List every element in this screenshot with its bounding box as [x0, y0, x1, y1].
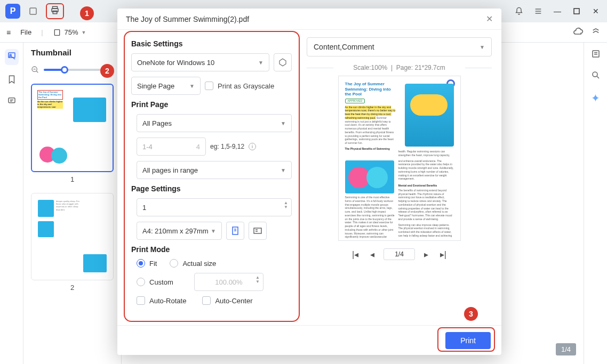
- thumbnail-page-2[interactable]: deeper quality sleep. For those who stru…: [31, 193, 114, 280]
- hamburger-icon[interactable]: ≡: [6, 28, 11, 37]
- dialog-footer: Print: [117, 325, 501, 355]
- pool-image: [405, 84, 454, 147]
- fit-radio[interactable]: Fit: [137, 259, 157, 268]
- collapse-icon[interactable]: [591, 27, 601, 38]
- app-logo: P: [5, 4, 20, 19]
- pager-count: 1/4: [384, 248, 415, 260]
- svg-rect-7: [574, 9, 579, 14]
- page-range-select[interactable]: All Pages▼: [137, 114, 292, 132]
- printer-select[interactable]: OneNote for Windows 10▼: [131, 53, 269, 71]
- annotation-2: 2: [100, 64, 114, 78]
- properties-rail-icon[interactable]: [591, 49, 601, 61]
- print-page-title: Print Page: [131, 100, 292, 109]
- search-rail-icon[interactable]: [591, 70, 601, 82]
- svg-marker-20: [279, 59, 286, 66]
- minimize-button[interactable]: —: [552, 5, 563, 17]
- open-file-icon[interactable]: [26, 4, 41, 19]
- grayscale-checkbox[interactable]: Print as Grayscale: [205, 82, 274, 90]
- page-range-input[interactable]: 1-4 4: [137, 137, 206, 156]
- page-view-select[interactable]: Single Page▼: [131, 77, 201, 95]
- ai-sparkle-icon[interactable]: ✦: [591, 92, 600, 104]
- auto-center-checkbox[interactable]: Auto-Center: [202, 296, 252, 305]
- info-icon[interactable]: i: [249, 143, 256, 150]
- page-counter-badge: 1/4: [556, 343, 576, 355]
- close-window-button[interactable]: ✕: [590, 5, 602, 17]
- bookmark-rail-icon[interactable]: [7, 75, 17, 86]
- thumbnail-panel: Thumbnail The Joy of Summer Swimming: Di…: [23, 43, 122, 364]
- svg-rect-24: [254, 228, 261, 233]
- left-tool-rail: [0, 43, 23, 364]
- page-settings-title: Page Settings: [131, 184, 292, 193]
- thumbnail-page-1[interactable]: The Joy of Summer Swimming: Diving into …: [31, 84, 114, 172]
- actual-size-radio[interactable]: Actual size: [170, 259, 216, 268]
- pager-first-button[interactable]: |◂: [349, 248, 361, 260]
- cloud-icon[interactable]: [573, 26, 584, 38]
- thumbnail-rail-icon[interactable]: [5, 49, 19, 65]
- pager-next-button[interactable]: ▸: [420, 248, 432, 260]
- pages-in-range-select[interactable]: All pages in range▼: [137, 161, 292, 179]
- menu-icon[interactable]: [532, 5, 544, 17]
- preview-pager: |◂ ◂ 1/4 ▸ ▸|: [307, 248, 492, 260]
- thumbnail-2-label: 2: [31, 284, 114, 292]
- print-button-highlighted[interactable]: [46, 3, 64, 19]
- svg-line-13: [36, 71, 38, 72]
- comment-rail-icon[interactable]: [7, 96, 17, 108]
- annotation-1: 1: [80, 6, 94, 20]
- auto-rotate-checkbox[interactable]: Auto-Rotate: [137, 296, 186, 305]
- svg-rect-8: [54, 29, 59, 35]
- rings-image: [345, 160, 394, 193]
- printer-properties-button[interactable]: [274, 53, 292, 71]
- svg-point-18: [593, 72, 597, 77]
- custom-scale-input[interactable]: 100.00% ▲▼: [194, 273, 263, 291]
- svg-rect-0: [30, 8, 36, 14]
- dialog-title: The Joy of Summer Swimming(2).pdf: [126, 15, 249, 23]
- orientation-portrait-button[interactable]: [226, 222, 244, 240]
- pager-prev-button[interactable]: ◂: [366, 248, 378, 260]
- right-tool-rail: ✦: [584, 43, 607, 364]
- scale-info: Scale:100% | Page: 21*29.7cm: [307, 64, 492, 71]
- page-range-example: eg: 1,5-9,12: [210, 143, 244, 150]
- file-menu[interactable]: File: [20, 28, 31, 36]
- close-icon[interactable]: ✕: [486, 14, 493, 24]
- zoom-control[interactable]: 75% ▼: [53, 28, 86, 37]
- preview-page: The Joy of Summer Swimming: Diving into …: [338, 76, 461, 241]
- preview-column: Content,Comment▼ Scale:100% | Page: 21*2…: [301, 30, 501, 325]
- svg-line-19: [597, 76, 599, 78]
- print-mode-title: Print Mode: [131, 245, 292, 254]
- paper-size-select[interactable]: A4: 210mm x 297mm▼: [137, 222, 222, 240]
- thumbnail-1-label: 1: [31, 175, 114, 183]
- print-dialog: The Joy of Summer Swimming(2).pdf ✕ Basi…: [117, 9, 501, 355]
- preview-content-select[interactable]: Content,Comment▼: [307, 37, 492, 56]
- bell-icon[interactable]: [513, 5, 525, 17]
- basic-settings-title: Basic Settings: [131, 39, 292, 48]
- settings-column: Basic Settings OneNote for Windows 10▼ S…: [117, 30, 301, 325]
- thumbnail-title: Thumbnail: [31, 48, 114, 57]
- annotation-3: 3: [464, 307, 478, 321]
- custom-radio[interactable]: Custom: [137, 278, 190, 286]
- orientation-landscape-button[interactable]: [249, 222, 267, 240]
- pager-last-button[interactable]: ▸|: [437, 248, 449, 260]
- dialog-header: The Joy of Summer Swimming(2).pdf ✕: [117, 9, 501, 30]
- copies-input[interactable]: 1 ▲▼: [137, 198, 292, 216]
- maximize-button[interactable]: [571, 5, 582, 17]
- print-button[interactable]: Print: [445, 332, 491, 349]
